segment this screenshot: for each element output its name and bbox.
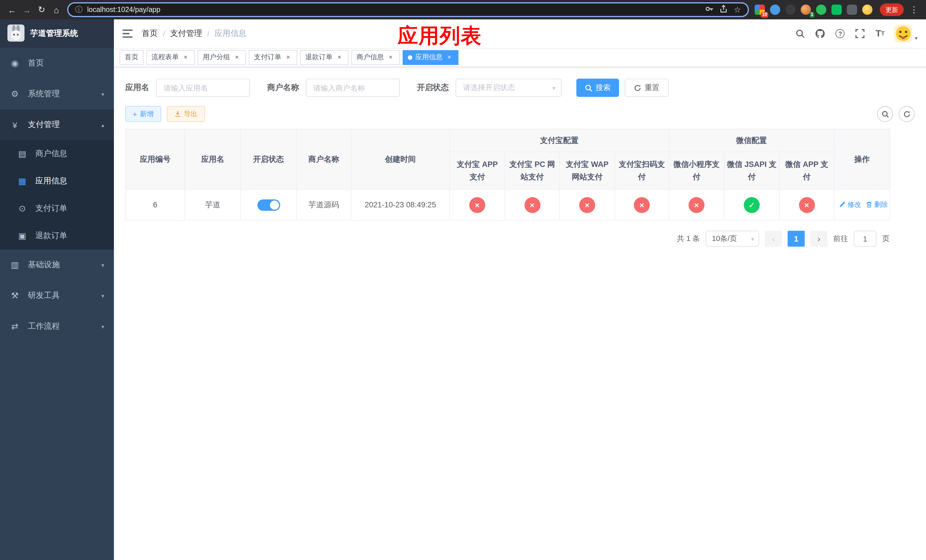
close-icon[interactable]: × — [387, 53, 395, 61]
col-wechat-app: 微信 APP 支付 — [779, 152, 834, 189]
delete-link[interactable]: 删除 — [865, 200, 888, 210]
edit-link[interactable]: 修改 — [839, 200, 861, 210]
close-icon[interactable]: × — [336, 53, 343, 61]
sidebar-item-app-info[interactable]: ▦ 应用信息 — [0, 168, 114, 195]
alipay-pc-status-icon: × — [524, 197, 540, 213]
browser-update-button[interactable]: 更新 — [880, 3, 904, 16]
sidebar-item-infrastructure[interactable]: ▥ 基础设施 ▾ — [0, 250, 114, 280]
search-button[interactable]: 搜索 — [576, 79, 619, 97]
alipay-wap-status-icon: × — [579, 197, 595, 213]
trash-icon — [865, 201, 873, 208]
breadcrumb-home[interactable]: 首页 — [142, 29, 158, 39]
github-icon[interactable] — [815, 28, 826, 39]
extension-drop-icon[interactable] — [770, 5, 780, 15]
reset-button[interactable]: 重置 — [625, 79, 669, 97]
forward-button[interactable]: → — [20, 2, 34, 17]
prev-page-button[interactable]: ‹ — [765, 231, 782, 247]
col-wechat-jsapi: 微信 JSAPI 支付 — [724, 152, 779, 189]
goto-label: 前往 — [833, 233, 848, 244]
search-icon[interactable] — [795, 28, 806, 39]
back-button[interactable]: ← — [5, 2, 20, 17]
page-size-select[interactable]: 10条/页 ▾ — [706, 231, 759, 247]
font-size-icon[interactable]: TT — [875, 28, 886, 39]
extensions-puzzle-icon[interactable] — [847, 5, 857, 15]
close-icon[interactable]: × — [182, 53, 190, 61]
status-select[interactable]: 请选择开启状态 ▾ — [455, 79, 561, 97]
goto-page-input[interactable] — [854, 231, 876, 247]
status-toggle[interactable] — [257, 199, 280, 210]
refresh-icon — [903, 110, 910, 118]
browser-chrome: ← → ↻ ⌂ ⓘ localhost:1024/pay/app ☆ 10 1 — [0, 0, 926, 20]
refresh-table-button[interactable] — [899, 106, 915, 122]
merchant-name-label: 商户名称 — [267, 83, 299, 93]
sidebar-toggle-icon[interactable] — [123, 29, 133, 38]
cell-merchant: 芋道源码 — [297, 189, 351, 220]
site-info-icon[interactable]: ⓘ — [75, 5, 83, 15]
total-count: 共 1 条 — [677, 233, 700, 244]
col-alipay-scan: 支付宝扫码支付 — [615, 152, 669, 189]
add-button[interactable]: + 新增 — [125, 106, 161, 122]
close-icon[interactable]: × — [445, 53, 453, 61]
tab-merchant-info[interactable]: 商户信息× — [351, 50, 400, 65]
help-icon[interactable]: ? — [835, 28, 846, 39]
tab-user-group[interactable]: 用户分组× — [198, 50, 246, 65]
page-1-button[interactable]: 1 — [788, 231, 805, 247]
toggle-search-button[interactable] — [877, 106, 893, 122]
export-button[interactable]: 导出 — [166, 106, 205, 122]
tab-refund-order[interactable]: 退款订单× — [300, 50, 348, 65]
col-alipay-app: 支付宝 APP 支付 — [449, 152, 505, 189]
table-row: 6 芋道 芋道源码 2021-10-23 08:49:25 × × × × × — [126, 189, 890, 220]
tab-home[interactable]: 首页 — [120, 50, 144, 65]
sidebar-item-workflow[interactable]: ⇄ 工作流程 ▾ — [0, 311, 114, 342]
tab-process-form[interactable]: 流程表单× — [146, 50, 195, 65]
profile-avatar-icon[interactable] — [862, 5, 873, 15]
active-dot — [408, 55, 412, 59]
chevron-down-icon[interactable]: ▾ — [915, 35, 917, 41]
col-alipay-pc: 支付宝 PC 网站支付 — [505, 152, 560, 189]
chevron-up-icon: ▴ — [101, 122, 104, 128]
extension-chat-icon[interactable] — [831, 5, 842, 15]
card-icon: ▤ — [17, 149, 27, 159]
sidebar-item-system[interactable]: ⚙ 系统管理 ▾ — [0, 79, 114, 109]
sidebar-item-home[interactable]: ◉ 首页 — [0, 48, 114, 79]
home-button[interactable]: ⌂ — [49, 2, 64, 17]
browser-menu-icon[interactable]: ⋮ — [909, 5, 919, 15]
sidebar-item-dev-tools[interactable]: ⚒ 研发工具 ▾ — [0, 280, 114, 311]
pagination: 共 1 条 10条/页 ▾ ‹ 1 › 前往 页 — [125, 231, 890, 247]
sidebar-item-refund-order[interactable]: ▣ 退款订单 — [0, 222, 114, 250]
app-name-input[interactable] — [156, 79, 250, 97]
breadcrumb-app-info: 应用信息 — [215, 29, 247, 39]
reload-button[interactable]: ↻ — [34, 2, 49, 17]
tab-pay-order[interactable]: 支付订单× — [249, 50, 297, 65]
user-avatar-wrap[interactable]: ▾ — [894, 24, 917, 43]
bookmark-star-icon[interactable]: ☆ — [734, 5, 741, 14]
cell-status — [241, 189, 297, 220]
close-icon[interactable]: × — [284, 53, 292, 61]
extension-dark-icon[interactable] — [785, 5, 796, 15]
search-form: 应用名 商户名称 开启状态 请选择开启状态 ▾ 搜索 重置 — [125, 79, 915, 97]
sidebar-item-payment[interactable]: ¥ 支付管理 ▴ — [0, 109, 114, 140]
wechat-app-status-icon: × — [799, 197, 815, 213]
tab-app-info[interactable]: 应用信息× — [402, 50, 458, 65]
address-bar[interactable]: ⓘ localhost:1024/pay/app ☆ — [67, 2, 749, 17]
close-icon[interactable]: × — [233, 53, 241, 61]
col-wechat-mini: 微信小程序支付 — [669, 152, 724, 189]
fullscreen-icon[interactable] — [855, 28, 866, 39]
extension-avatar-icon[interactable]: 1 — [801, 5, 811, 15]
password-key-icon[interactable] — [705, 4, 714, 15]
top-navbar: 首页 / 支付管理 / 应用信息 应用列表 ? — [114, 20, 926, 48]
chevron-down-icon: ▾ — [552, 85, 555, 91]
sidebar-item-merchant-info[interactable]: ▤ 商户信息 — [0, 140, 114, 168]
sidebar-item-pay-order[interactable]: ⊙ 支付订单 — [0, 195, 114, 222]
avatar[interactable] — [894, 24, 912, 43]
extension-green-circle-icon[interactable] — [816, 5, 826, 15]
share-icon[interactable] — [720, 4, 728, 15]
cell-created: 2021-10-23 08:49:25 — [351, 189, 449, 220]
breadcrumb-payment[interactable]: 支付管理 — [170, 29, 202, 39]
page-content: 应用名 商户名称 开启状态 请选择开启状态 ▾ 搜索 重置 — [114, 67, 926, 560]
cell-app-name: 芋道 — [185, 189, 241, 220]
next-page-button[interactable]: › — [810, 231, 828, 247]
alipay-app-status-icon: × — [469, 197, 485, 213]
merchant-name-input[interactable] — [306, 79, 400, 97]
extension-grid-icon[interactable]: 10 — [755, 5, 765, 15]
